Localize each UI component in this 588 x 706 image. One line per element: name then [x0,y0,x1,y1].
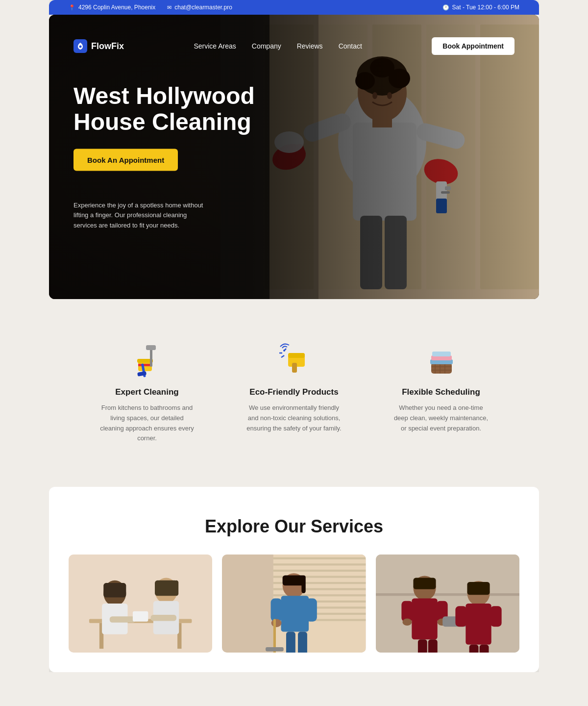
address-item: 📍 4296 Coplin Avenue, Phoenix [69,4,155,11]
svg-rect-98 [413,578,436,589]
flexible-scheduling-desc: Whether you need a one-time deep clean, … [392,403,490,433]
svg-rect-108 [428,640,438,653]
svg-rect-36 [146,345,156,350]
svg-rect-73 [273,563,366,565]
svg-rect-112 [455,606,466,627]
svg-point-45 [283,350,285,352]
svg-rect-40 [288,353,305,358]
logo-text: FlowFix [91,41,124,51]
logo[interactable]: FlowFix [74,39,124,53]
services-title: Explore Our Services [69,516,519,537]
expert-cleaning-title: Expert Cleaning [93,387,201,397]
top-bar: 📍 4296 Coplin Avenue, Phoenix ✉ chat@cle… [49,0,539,15]
service-image-2 [222,555,366,653]
svg-point-102 [402,619,412,626]
hours-text: Sat - Tue 12:00 - 6:00 PM [452,4,519,11]
logo-icon [74,39,87,53]
hero-section: FlowFix Service Areas Company Reviews Co… [49,15,539,299]
svg-rect-72 [273,557,366,559]
svg-rect-69 [69,555,212,653]
feature-eco-friendly: Eco-Friendly Products We use environment… [230,328,358,454]
hours-item: 🕐 Sat - Tue 12:00 - 6:00 PM [442,4,519,11]
email-icon: ✉ [167,4,172,11]
svg-rect-88 [306,599,317,622]
svg-point-89 [271,619,282,628]
svg-rect-92 [286,632,295,653]
services-section: Explore Our Services [49,487,539,672]
svg-rect-85 [302,576,306,594]
svg-rect-110 [467,582,490,595]
nav-reviews[interactable]: Reviews [297,42,323,50]
svg-rect-34 [138,364,152,366]
eco-friendly-desc: We use environmentally friendly and non-… [245,403,343,433]
hero-title: West Hollywood House Cleaning [74,83,255,135]
email-item: ✉ chat@clearmaster.pro [167,4,232,11]
services-grid [69,555,519,653]
eco-svg [274,338,314,378]
service-image-3 [376,555,519,653]
features-section: Expert Cleaning From kitchens to bathroo… [49,299,539,483]
feature-flexible-scheduling: Flexible Scheduling Whether you need a o… [377,328,505,454]
nav-contact[interactable]: Contact [339,42,362,50]
book-appointment-button[interactable]: Book Appointment [432,37,514,55]
service-card-1[interactable] [69,555,212,653]
svg-rect-115 [479,645,489,653]
flexible-scheduling-icon [421,338,461,378]
svg-rect-111 [466,604,491,645]
svg-rect-95 [376,555,519,653]
nav-service-areas[interactable]: Service Areas [194,42,236,50]
svg-rect-87 [271,599,282,622]
service-image-1 [69,555,212,653]
service-card-3[interactable] [376,555,519,653]
expert-cleaning-desc: From kitchens to bathrooms and living sp… [98,403,196,444]
svg-line-44 [281,355,284,357]
top-bar-left: 📍 4296 Coplin Avenue, Phoenix ✉ chat@cle… [69,4,232,11]
clock-icon: 🕐 [442,4,449,11]
svg-rect-91 [266,647,284,651]
service-card-2[interactable] [222,555,366,653]
nav-company[interactable]: Company [252,42,281,50]
eco-friendly-title: Eco-Friendly Products [240,387,348,397]
logo-svg [76,42,85,50]
svg-rect-99 [412,599,437,640]
nav-links: Service Areas Company Reviews Contact [194,42,362,50]
expert-cleaning-icon [127,338,167,378]
cleaning-svg [127,338,167,378]
hero: FlowFix Service Areas Company Reviews Co… [49,15,539,299]
address-text: 4296 Coplin Avenue, Phoenix [78,4,155,11]
svg-rect-93 [298,632,307,653]
svg-rect-86 [281,596,309,631]
svg-rect-41 [292,363,297,373]
flexible-scheduling-title: Flexible Scheduling [387,387,495,397]
svg-rect-113 [490,606,501,627]
svg-rect-46 [431,363,452,374]
hero-book-button[interactable]: Book An Appointment [74,149,178,171]
main-nav: FlowFix Service Areas Company Reviews Co… [74,30,514,62]
svg-rect-107 [418,640,427,653]
features-grid: Expert Cleaning From kitchens to bathroo… [83,328,505,454]
email-text: chat@clearmaster.pro [174,4,232,11]
hero-subtitle: Experience the joy of a spotless home wi… [74,200,211,230]
eco-friendly-icon [274,338,314,378]
location-icon: 📍 [69,4,75,11]
schedule-svg [421,338,461,378]
svg-rect-114 [469,645,478,653]
svg-rect-54 [432,352,451,356]
feature-expert-cleaning: Expert Cleaning From kitchens to bathroo… [83,328,211,454]
svg-rect-96 [376,593,519,596]
hero-content: West Hollywood House Cleaning Book An Ap… [74,83,255,231]
svg-rect-74 [273,570,366,572]
svg-point-31 [79,46,82,48]
